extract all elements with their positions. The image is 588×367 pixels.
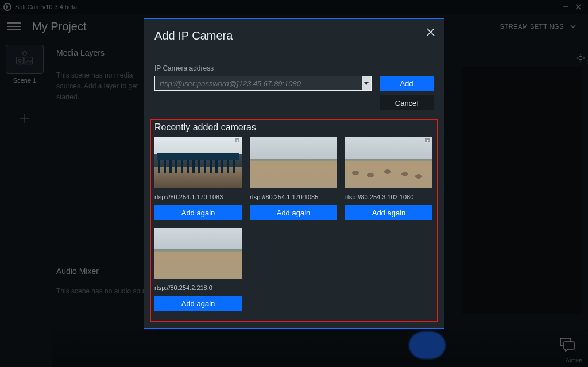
camera-thumbnail[interactable]: [250, 137, 337, 188]
recently-added-panel: Recently added cameras ● rtsp://80.254.1…: [150, 119, 438, 322]
camera-thumbnail[interactable]: [154, 228, 242, 279]
close-icon: [426, 28, 435, 37]
app-root: SplitCam v10.3.4 beta My Project STREAM …: [0, 0, 588, 367]
camera-thumbnail[interactable]: ●: [345, 137, 432, 188]
dialog-close-button[interactable]: [423, 25, 438, 40]
camera-timestamp-overlay: ●: [425, 138, 430, 142]
recently-added-title: Recently added cameras: [154, 122, 434, 133]
caret-down-icon: [364, 81, 369, 86]
cancel-button[interactable]: Cancel: [380, 95, 434, 110]
camera-card: rtsp://80.254.1.170:1085 Add again: [250, 137, 337, 220]
dialog-title: Add IP Camera: [144, 19, 444, 43]
camera-card: ● rtsp://80.254.1.170:1083 Add again: [154, 137, 242, 220]
add-again-button[interactable]: Add again: [250, 205, 337, 220]
camera-card: rtsp://80.254.2.218:0 Add again: [154, 228, 242, 311]
camera-grid: ● rtsp://80.254.1.170:1083 Add again rts…: [154, 137, 434, 311]
add-again-button[interactable]: Add again: [154, 205, 242, 220]
svg-marker-24: [364, 82, 369, 85]
camera-url-label: rtsp://80.254.1.170:1085: [250, 194, 337, 200]
add-again-button[interactable]: Add again: [345, 205, 432, 220]
add-ip-camera-dialog: Add IP Camera IP Camera address Add Canc…: [144, 18, 444, 329]
add-again-button[interactable]: Add again: [154, 296, 242, 311]
camera-url-label: rtsp://80.254.1.170:1083: [154, 194, 242, 200]
ip-address-combobox[interactable]: [154, 76, 372, 91]
camera-url-label: rtsp://80.254.3.102:1080: [345, 194, 432, 200]
ip-address-input[interactable]: [155, 76, 362, 90]
ip-address-label: IP Camera address: [144, 43, 444, 76]
camera-card: ● rtsp://80.254.3.102:1080 Add again: [345, 137, 432, 220]
camera-url-label: rtsp://80.254.2.218:0: [154, 284, 242, 291]
camera-timestamp-overlay: ●: [235, 138, 239, 142]
combobox-caret-button[interactable]: [362, 76, 371, 90]
camera-thumbnail[interactable]: ●: [154, 137, 242, 188]
add-button[interactable]: Add: [380, 76, 434, 91]
